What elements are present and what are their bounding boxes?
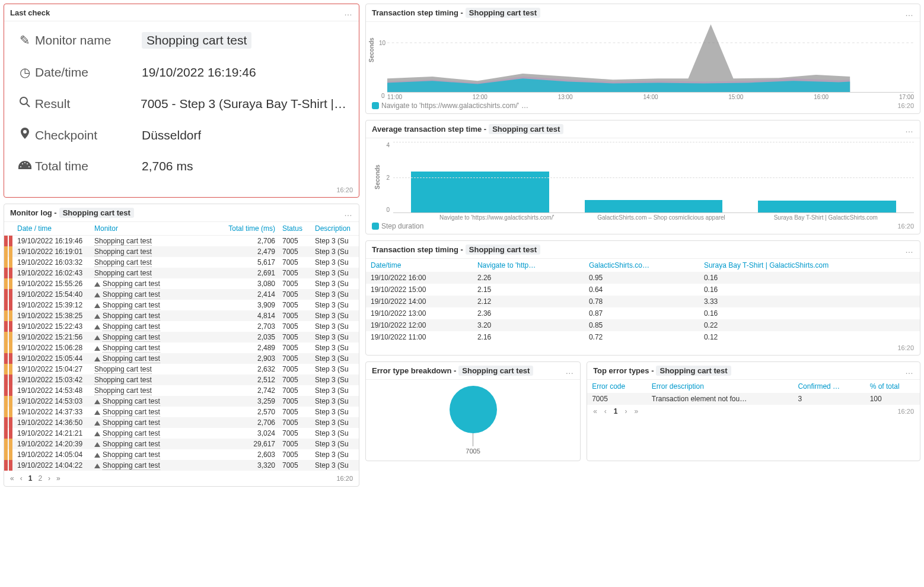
cell-monitor[interactable]: Shopping cart test: [91, 289, 222, 300]
table-row[interactable]: 19/10/2022 15:04:27Shopping cart test2,6…: [4, 364, 359, 375]
cell-monitor[interactable]: Shopping cart test: [91, 321, 222, 332]
table-row[interactable]: 19/10/2022 14:37:33Shopping cart test2,5…: [4, 407, 359, 417]
table-row[interactable]: 19/10/2022 14:04:22Shopping cart test3,3…: [4, 460, 359, 471]
cell-datetime: 19/10/2022 16:02:43: [14, 268, 91, 278]
table-row[interactable]: 19/10/2022 15:21:56Shopping cart test2,0…: [4, 332, 359, 342]
table-row[interactable]: 19/10/2022 15:06:28Shopping cart test2,4…: [4, 342, 359, 353]
cell: 0.95: [584, 272, 699, 284]
pager-next-icon[interactable]: ›: [48, 474, 50, 483]
cell-monitor[interactable]: Shopping cart test: [91, 332, 222, 342]
table-row[interactable]: 19/10/2022 13:002.360.870.16: [366, 307, 920, 319]
table-row[interactable]: 19/10/2022 14:36:50Shopping cart test2,7…: [4, 417, 359, 428]
table-row[interactable]: 19/10/2022 16:02:43Shopping cart test2,6…: [4, 268, 359, 278]
pager-last-icon[interactable]: »: [635, 407, 639, 415]
runner-icon: [94, 421, 100, 426]
cell-monitor[interactable]: Shopping cart test: [91, 364, 222, 375]
pager-prev-icon[interactable]: ‹: [604, 407, 607, 415]
cell-monitor[interactable]: Shopping cart test: [91, 375, 222, 385]
more-icon[interactable]: …: [344, 208, 353, 218]
table-row[interactable]: 7005Transaction element not fou…3100: [587, 393, 920, 405]
table-row[interactable]: 19/10/2022 11:002.160.720.12: [366, 331, 920, 343]
table-row[interactable]: 19/10/2022 15:002.150.640.16: [366, 284, 920, 296]
col-total[interactable]: Total time (ms): [222, 222, 279, 236]
cell-datetime: 19/10/2022 15:55:26: [14, 278, 91, 289]
cell-monitor[interactable]: Shopping cart test: [91, 246, 222, 257]
lc-datetime-value: 19/10/2022 16:19:46: [142, 65, 256, 80]
table-row[interactable]: 19/10/2022 14:05:04Shopping cart test2,6…: [4, 449, 359, 460]
cell-status: 7005: [279, 310, 311, 321]
more-icon[interactable]: …: [905, 366, 914, 376]
pager-prev-icon[interactable]: ‹: [20, 474, 23, 483]
cell-monitor[interactable]: Shopping cart test: [91, 236, 222, 247]
more-icon[interactable]: …: [565, 366, 574, 376]
table-row[interactable]: 19/10/2022 15:54:40Shopping cart test2,4…: [4, 289, 359, 300]
cell-monitor[interactable]: Shopping cart test: [91, 257, 222, 268]
col-header[interactable]: Error description: [647, 380, 794, 393]
table-row[interactable]: 19/10/2022 15:05:44Shopping cart test2,9…: [4, 353, 359, 364]
pager-page[interactable]: 1: [28, 474, 33, 483]
table-row[interactable]: 19/10/2022 15:22:43Shopping cart test2,7…: [4, 321, 359, 332]
cell-monitor[interactable]: Shopping cart test: [91, 278, 222, 289]
col-desc[interactable]: Description: [311, 222, 359, 236]
col-header[interactable]: Date/time: [366, 259, 473, 272]
more-icon[interactable]: …: [905, 125, 914, 134]
col-header[interactable]: Suraya Bay T-Shirt | GalacticShirts.com: [699, 259, 920, 272]
cell-monitor[interactable]: Shopping cart test: [91, 439, 222, 449]
more-icon[interactable]: …: [905, 8, 914, 18]
table-row[interactable]: 19/10/2022 16:19:46Shopping cart test2,7…: [4, 236, 359, 247]
area-chart[interactable]: [387, 24, 914, 93]
cell-monitor[interactable]: Shopping cart test: [91, 460, 222, 471]
bar[interactable]: [411, 172, 549, 212]
col-datetime[interactable]: Date / time: [14, 222, 91, 236]
cell: 2.36: [473, 307, 584, 319]
pager-last-icon[interactable]: »: [56, 474, 60, 483]
table-row[interactable]: 19/10/2022 12:003.200.850.22: [366, 319, 920, 331]
col-status[interactable]: Status: [279, 222, 311, 236]
table-row[interactable]: 19/10/2022 16:03:32Shopping cart test5,6…: [4, 257, 359, 268]
col-header[interactable]: % of total: [865, 380, 920, 393]
col-header[interactable]: Confirmed …: [793, 380, 865, 393]
col-header[interactable]: GalacticShirts.co…: [584, 259, 699, 272]
table-row[interactable]: 19/10/2022 16:19:01Shopping cart test2,4…: [4, 246, 359, 257]
table-row[interactable]: 19/10/2022 14:53:48Shopping cart test2,7…: [4, 385, 359, 396]
bar[interactable]: [758, 201, 896, 212]
col-monitor[interactable]: Monitor: [91, 222, 222, 236]
table-row[interactable]: 19/10/2022 14:53:03Shopping cart test3,2…: [4, 396, 359, 407]
cell-datetime: 19/10/2022 15:06:28: [14, 342, 91, 353]
cell-monitor[interactable]: Shopping cart test: [91, 407, 222, 417]
cell-monitor[interactable]: Shopping cart test: [91, 268, 222, 278]
pager-first-icon[interactable]: «: [593, 407, 597, 415]
table-row[interactable]: 19/10/2022 15:38:25Shopping cart test4,8…: [4, 310, 359, 321]
cell-monitor[interactable]: Shopping cart test: [91, 300, 222, 310]
bar-chart[interactable]: [393, 142, 914, 213]
table-row[interactable]: 19/10/2022 16:002.260.950.16: [366, 272, 920, 284]
table-row[interactable]: 19/10/2022 14:20:39Shopping cart test29,…: [4, 439, 359, 449]
pager-page[interactable]: 1: [614, 407, 618, 415]
cell-monitor[interactable]: Shopping cart test: [91, 417, 222, 428]
cell-monitor[interactable]: Shopping cart test: [91, 449, 222, 460]
col-header[interactable]: Error code: [587, 380, 647, 393]
table-row[interactable]: 19/10/2022 14:002.120.783.33: [366, 296, 920, 307]
cell-monitor[interactable]: Shopping cart test: [91, 385, 222, 396]
cell-monitor[interactable]: Shopping cart test: [91, 428, 222, 439]
cell: 0.16: [699, 272, 920, 284]
pager-first-icon[interactable]: «: [10, 474, 14, 483]
table-row[interactable]: 19/10/2022 15:03:42Shopping cart test2,5…: [4, 375, 359, 385]
lc-result-value: 7005 - Step 3 (Suraya Bay T-Shirt | Gala: [141, 97, 348, 111]
more-icon[interactable]: …: [344, 8, 353, 17]
pager-page[interactable]: 2: [38, 474, 42, 483]
bar[interactable]: [585, 200, 723, 212]
legend-more[interactable]: …: [521, 101, 528, 110]
table-row[interactable]: 19/10/2022 15:55:26Shopping cart test3,0…: [4, 278, 359, 289]
cell-monitor[interactable]: Shopping cart test: [91, 310, 222, 321]
cell-monitor[interactable]: Shopping cart test: [91, 342, 222, 353]
cell-monitor[interactable]: Shopping cart test: [91, 396, 222, 407]
top-errors-panel: Top error types - Shopping cart test … E…: [587, 361, 920, 461]
col-header[interactable]: Navigate to 'http…: [473, 259, 584, 272]
cell-monitor[interactable]: Shopping cart test: [91, 353, 222, 364]
table-row[interactable]: 19/10/2022 15:39:12Shopping cart test3,9…: [4, 300, 359, 310]
table-row[interactable]: 19/10/2022 14:21:21Shopping cart test3,0…: [4, 428, 359, 439]
pager-next-icon[interactable]: ›: [625, 407, 627, 415]
more-icon[interactable]: …: [905, 245, 914, 255]
pie-chart[interactable]: [450, 386, 497, 433]
